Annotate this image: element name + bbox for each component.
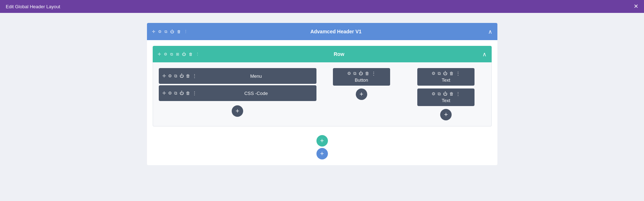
col-left: ✛ ⚙ ⧉ ⏻ 🗑 ⋮ Menu ✛ ⚙ ⧉ ⏻ [159,68,316,117]
text1-icon-group: ⚙ ⧉ ⏻ 🗑 ⋮ [432,71,460,76]
section-gear-icon[interactable]: ⚙ [158,29,162,34]
text1-copy-icon[interactable]: ⧉ [438,71,441,76]
title-bar: Edit Global Header Layout ✕ [0,0,644,13]
col-middle-add-button[interactable]: + [356,88,367,100]
text1-dots-icon[interactable]: ⋮ [456,71,460,76]
section-dots-icon[interactable]: ⋮ [184,29,188,34]
button-gear-icon[interactable]: ⚙ [347,71,351,76]
text2-power-icon[interactable]: ⏻ [443,91,447,96]
css-code-module[interactable]: ✛ ⚙ ⧉ ⏻ 🗑 ⋮ CSS -Code [159,85,316,101]
text2-module[interactable]: ⚙ ⧉ ⏻ 🗑 ⋮ Text [417,88,475,106]
button-copy-icon[interactable]: ⧉ [353,71,357,76]
section-copy-icon[interactable]: ⧉ [164,29,167,34]
outer-card: ✛ ⚙ ⧉ ⏻ 🗑 ⋮ Advamced Header V1 ∧ ✛ ⚙ ⧉ ⊞… [147,23,497,165]
css-power-icon[interactable]: ⏻ [180,91,184,96]
text2-dots-icon[interactable]: ⋮ [456,91,460,96]
text1-power-icon[interactable]: ⏻ [443,71,447,76]
row-add-blue-button[interactable]: + [316,148,328,159]
row-move-icon[interactable]: ✛ [158,52,161,57]
button-power-icon[interactable]: ⏻ [359,71,363,76]
menu-icon-group: ✛ ⚙ ⧉ ⏻ 🗑 ⋮ [162,73,197,78]
bottom-add-area: + + [147,132,497,165]
text2-trash-icon[interactable]: 🗑 [449,91,454,96]
row-grid-icon[interactable]: ⊞ [176,52,179,57]
col-right: ⚙ ⧉ ⏻ 🗑 ⋮ Text ⚙ ⧉ ⏻ 🗑 ⋮ [407,68,486,120]
row-header: ✛ ⚙ ⧉ ⊞ ⏻ 🗑 ⋮ Row ∧ [153,46,492,62]
row-title: Row [200,51,479,57]
text1-gear-icon[interactable]: ⚙ [432,71,436,76]
button-dots-icon[interactable]: ⋮ [372,71,376,76]
text1-module[interactable]: ⚙ ⧉ ⏻ 🗑 ⋮ Text [417,68,475,86]
menu-trash-icon[interactable]: 🗑 [186,73,190,78]
css-label: CSS -Code [200,91,313,96]
row-trash-icon[interactable]: 🗑 [189,52,193,56]
css-trash-icon[interactable]: 🗑 [186,91,190,96]
title-bar-text: Edit Global Header Layout [6,4,60,9]
section-chevron-icon[interactable]: ∧ [488,28,492,35]
col-middle: ⚙ ⧉ ⏻ 🗑 ⋮ Button + [322,68,401,100]
section-power-icon[interactable]: ⏻ [170,29,174,34]
text2-icon-group: ⚙ ⧉ ⏻ 🗑 ⋮ [432,91,460,96]
section-header: ✛ ⚙ ⧉ ⏻ 🗑 ⋮ Advamced Header V1 ∧ [147,23,497,40]
css-icon-group: ✛ ⚙ ⧉ ⏻ 🗑 ⋮ [162,91,197,96]
button-icon-group: ⚙ ⧉ ⏻ 🗑 ⋮ [347,71,376,76]
css-copy-icon[interactable]: ⧉ [174,91,177,96]
menu-move-icon[interactable]: ✛ [162,73,166,78]
row-content: ✛ ⚙ ⧉ ⏻ 🗑 ⋮ Menu ✛ ⚙ ⧉ ⏻ [153,62,492,126]
section-trash-icon[interactable]: 🗑 [177,29,181,34]
section-title: Advamced Header V1 [188,29,485,34]
close-button[interactable]: ✕ [634,4,638,9]
menu-dots-icon[interactable]: ⋮ [192,73,197,78]
menu-gear-icon[interactable]: ⚙ [168,73,172,78]
row-gear-icon[interactable]: ⚙ [164,52,167,57]
row-chevron-icon[interactable]: ∧ [482,51,487,58]
button-trash-icon[interactable]: 🗑 [365,71,369,76]
button-module[interactable]: ⚙ ⧉ ⏻ 🗑 ⋮ Button [333,68,390,86]
row-power-icon[interactable]: ⏻ [182,52,186,56]
section-icon-group: ✛ ⚙ ⧉ ⏻ 🗑 ⋮ [152,29,188,34]
section-move-icon[interactable]: ✛ [152,29,155,34]
menu-label: Menu [200,73,313,79]
row-copy-icon[interactable]: ⧉ [170,52,173,57]
menu-copy-icon[interactable]: ⧉ [174,73,177,78]
menu-module[interactable]: ✛ ⚙ ⧉ ⏻ 🗑 ⋮ Menu [159,68,316,84]
text2-label: Text [442,98,450,103]
row-add-teal-button[interactable]: + [316,135,328,147]
row-dots-icon[interactable]: ⋮ [196,52,200,57]
main-area: ✛ ⚙ ⧉ ⏻ 🗑 ⋮ Advamced Header V1 ∧ ✛ ⚙ ⧉ ⊞… [0,13,644,201]
text2-copy-icon[interactable]: ⧉ [438,91,441,96]
css-gear-icon[interactable]: ⚙ [168,91,172,96]
css-dots-icon[interactable]: ⋮ [192,91,197,96]
row-icon-group: ✛ ⚙ ⧉ ⊞ ⏻ 🗑 ⋮ [158,52,200,57]
col-left-add-button[interactable]: + [232,105,243,117]
text1-label: Text [442,77,450,83]
col-right-add-button[interactable]: + [440,109,452,120]
css-move-icon[interactable]: ✛ [162,91,166,96]
button-label: Button [355,77,368,83]
menu-power-icon[interactable]: ⏻ [180,73,184,78]
text1-trash-icon[interactable]: 🗑 [449,71,454,76]
text2-gear-icon[interactable]: ⚙ [432,91,436,96]
